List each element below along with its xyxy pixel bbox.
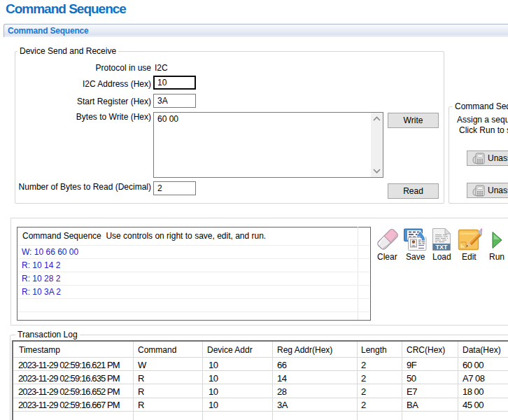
svg-text:TXT: TXT xyxy=(436,244,449,251)
